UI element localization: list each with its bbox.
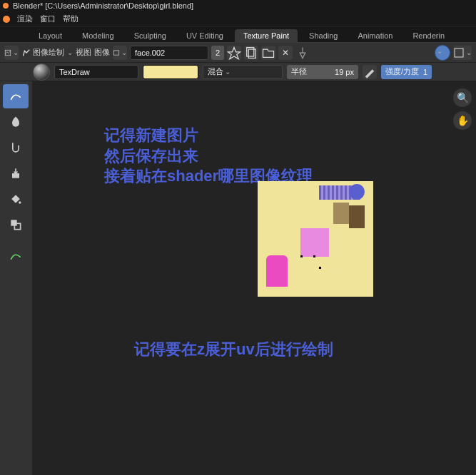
workspace: 记得新建图片 然后保存出来 接着贴在shader哪里图像纹理 记得要在z展开uv…	[0, 81, 476, 475]
radius-label: 半径	[291, 66, 307, 77]
tool-mask[interactable]	[3, 213, 29, 237]
strength-field[interactable]: 强度/力度 1	[381, 65, 432, 79]
window-titlebar: Blender* [C:\Users\Administrator\Desktop…	[0, 0, 476, 11]
image-header: 图像绘制 视图 图像 face.002 2 ✕	[0, 43, 476, 63]
gizmo-toggle-icon[interactable]	[453, 46, 472, 60]
menu-render[interactable]: 渲染	[17, 14, 33, 24]
tool-annotate[interactable]	[3, 244, 29, 268]
menu-view[interactable]: 视图	[76, 47, 91, 58]
tool-fill[interactable]	[3, 187, 29, 211]
menu-window[interactable]: 窗口	[40, 14, 56, 24]
tab-modeling[interactable]: Modeling	[74, 29, 123, 42]
new-image-icon[interactable]	[244, 46, 258, 60]
tab-animation[interactable]: Animation	[349, 29, 401, 42]
annotation-top: 记得新建图片 然后保存出来 接着贴在shader哪里图像纹理	[104, 126, 313, 187]
viewport-controls: 🔍 ✋	[453, 88, 472, 130]
texture-preview	[258, 181, 373, 297]
blender-logo	[3, 16, 10, 23]
tool-soften[interactable]	[3, 110, 29, 134]
workspace-tabs: Layout Modeling Sculpting UV Editing Tex…	[0, 27, 476, 43]
shading-sphere-icon[interactable]	[435, 45, 450, 61]
svg-rect-4	[455, 48, 463, 57]
image-name-field[interactable]: face.002	[130, 46, 208, 60]
blend-mode-select[interactable]: 混合	[203, 65, 283, 79]
editor-type-icon[interactable]	[4, 46, 19, 60]
pan-icon[interactable]: ✋	[453, 111, 472, 130]
brush-header: TexDraw 混合 半径 19 px 强度/力度 1	[0, 63, 476, 81]
pin-icon[interactable]	[295, 46, 310, 60]
app-icon	[3, 3, 9, 9]
svg-rect-1	[113, 50, 119, 54]
left-toolbar	[0, 81, 33, 475]
image-browse-icon[interactable]	[113, 46, 127, 60]
strength-label: 强度/力度	[385, 66, 419, 77]
image-users-badge[interactable]: 2	[211, 46, 224, 60]
tab-sculpting[interactable]: Sculpting	[126, 29, 175, 42]
tab-texturepaint[interactable]: Texture Paint	[235, 29, 298, 42]
tool-clone[interactable]	[3, 161, 29, 185]
brush-preview-icon[interactable]	[33, 63, 50, 81]
tool-draw[interactable]	[3, 84, 29, 108]
tab-uvediting[interactable]: UV Editing	[178, 29, 232, 42]
main-menubar: 渲染 窗口 帮助	[0, 11, 476, 27]
brush-color-swatch[interactable]	[143, 65, 198, 79]
unlink-icon[interactable]: ✕	[278, 46, 293, 60]
radius-value: 19 px	[335, 68, 354, 76]
fake-user-icon[interactable]	[227, 46, 241, 60]
image-canvas[interactable]: 记得新建图片 然后保存出来 接着贴在shader哪里图像纹理 记得要在z展开uv…	[33, 81, 476, 475]
menu-image[interactable]: 图像	[94, 47, 110, 58]
annotation-bottom: 记得要在z展开uv后进行绘制	[134, 339, 333, 360]
tab-layout[interactable]: Layout	[30, 29, 71, 42]
tab-shading[interactable]: Shading	[300, 29, 346, 42]
radius-pressure-icon[interactable]	[363, 65, 377, 79]
zoom-icon[interactable]: 🔍	[453, 88, 472, 107]
strength-value: 1	[423, 68, 427, 76]
brush-name-field[interactable]: TexDraw	[54, 65, 138, 79]
menu-help[interactable]: 帮助	[63, 14, 79, 24]
svg-point-6	[19, 201, 21, 203]
open-image-icon[interactable]	[261, 46, 275, 60]
tool-smear[interactable]	[3, 136, 29, 160]
mode-select[interactable]: 图像绘制	[21, 47, 73, 58]
tab-rendering[interactable]: Renderin	[404, 29, 446, 42]
window-title: Blender* [C:\Users\Administrator\Desktop…	[13, 1, 193, 10]
radius-field[interactable]: 半径 19 px	[287, 65, 358, 79]
